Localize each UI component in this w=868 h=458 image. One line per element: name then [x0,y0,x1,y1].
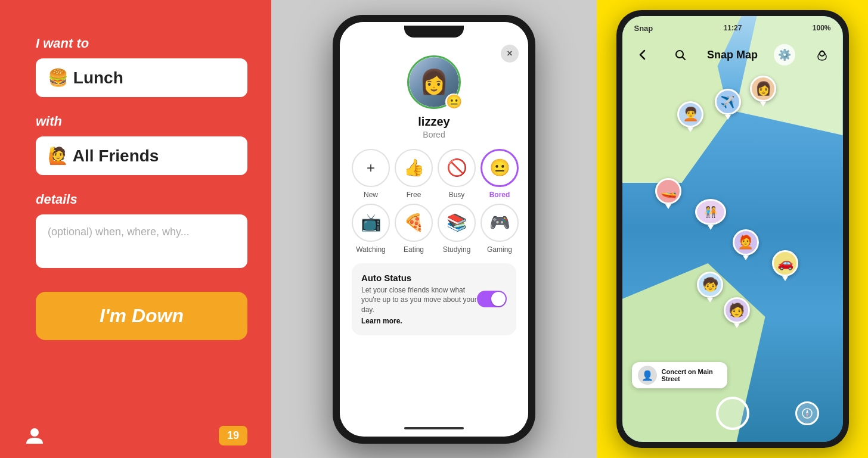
status-label-free: Free [407,191,421,199]
want-value: 🍔 Lunch [48,68,123,88]
battery-indicator: 100% [813,24,831,32]
bottom-bar: 19 [0,425,271,446]
left-panel: I want to 🍔 Lunch with 🙋 All Friends det… [0,0,271,458]
svg-point-1 [676,51,683,58]
map-avatar-plane[interactable]: ✈️ [715,89,741,120]
status-circle-watching: 📺 [352,204,390,242]
snap-phone-device: Snap 11:27 100% [616,10,849,448]
auto-status-learn-more[interactable]: Learn more. [361,317,402,325]
right-panel: Snap 11:27 100% [597,0,868,458]
map-avatar-car[interactable]: 🚗 [772,250,798,281]
status-item-new[interactable]: + New [352,149,390,199]
status-circle-studying: 📚 [438,204,476,242]
auto-status-toggle[interactable] [477,291,507,307]
im-down-button[interactable]: I'm Down [36,292,247,340]
user-icon[interactable] [24,425,45,446]
status-label-watching: Watching [356,245,386,254]
status-item-watching[interactable]: 📺 Watching [352,204,390,254]
time-display: 11:27 [724,24,742,32]
phone-device: × 👩 😐 lizzey Bored + New 👍 [333,15,535,444]
svg-marker-5 [806,413,808,418]
user-status: Bored [423,130,445,139]
middle-panel: × 👩 😐 lizzey Bored + New 👍 [271,0,597,458]
phone-notch-area [340,22,528,40]
snap-phone-screen: Snap 11:27 100% [622,16,843,442]
status-item-gaming[interactable]: 🎮 Gaming [480,204,519,254]
status-label-new: New [364,191,378,199]
status-circle-free: 👍 [395,149,433,187]
status-label-bored: Bored [489,191,510,199]
notification-badge: 19 [219,426,247,445]
details-input[interactable]: (optional) when, where, why... [36,214,247,268]
toggle-knob [491,292,506,306]
home-indicator [340,420,528,437]
username: lizzey [418,115,450,129]
auto-status-description: Let your close friends know what you're … [361,285,477,315]
snap-status-bar: Snap 11:27 100% [622,16,843,40]
details-placeholder: (optional) when, where, why... [48,226,190,238]
with-input[interactable]: 🙋 All Friends [36,136,247,175]
status-modal: × 👩 😐 lizzey Bored + New 👍 [340,40,528,420]
location-card-text: Concert on Main Street [662,368,721,382]
status-grid: + New 👍 Free 🚫 Busy 😐 Bored [352,149,516,254]
capture-button[interactable] [716,397,749,430]
status-label-gaming: Gaming [487,245,512,254]
status-circle-new: + [352,149,390,187]
avatar-container: 👩 😐 [407,55,461,109]
location-card-avatar: 👤 [638,366,657,385]
status-label-busy: Busy [449,191,465,199]
map-avatar-boat[interactable]: 🚤 [655,178,681,209]
search-button[interactable] [669,44,691,66]
want-input[interactable]: 🍔 Lunch [36,58,247,97]
status-label-eating: Eating [404,245,424,254]
want-label: I want to [36,36,247,51]
status-circle-gaming: 🎮 [480,204,519,242]
status-item-eating[interactable]: 🍕 Eating [395,204,433,254]
phone-screen: × 👩 😐 lizzey Bored + New 👍 [340,22,528,437]
home-bar [404,427,464,429]
status-circle-bored: 😐 [480,149,519,187]
auto-status-text: Auto Status Let your close friends know … [361,273,477,326]
auto-status-title: Auto Status [361,273,477,283]
with-label: with [36,114,247,129]
map-avatar-1[interactable]: 🧑‍🦱 [677,101,703,132]
compass-button[interactable] [795,401,819,425]
close-button[interactable]: × [501,45,519,63]
avatar-status-emoji: 😐 [445,94,462,110]
map-avatar-5[interactable]: 🧑 [724,297,750,328]
signal-indicator: Snap [634,24,653,33]
map-title: Snap Map [707,49,758,61]
status-circle-eating: 🍕 [395,204,433,242]
svg-marker-4 [806,409,808,413]
map-avatar-group[interactable]: 🧑‍🤝‍🧑 [695,199,726,230]
settings-button[interactable]: ⚙️ [774,44,795,66]
map-avatar-2[interactable]: 👩 [750,76,776,107]
details-label: details [36,192,247,207]
auto-status-box: Auto Status Let your close friends know … [352,263,516,335]
status-item-busy[interactable]: 🚫 Busy [438,149,476,199]
status-item-studying[interactable]: 📚 Studying [438,204,476,254]
map-avatar-3[interactable]: 🧑‍🦰 [733,229,759,260]
status-item-free[interactable]: 👍 Free [395,149,433,199]
snap-header: Snap Map ⚙️ [622,40,843,70]
status-circle-busy: 🚫 [438,149,476,187]
snap-bottom-bar [622,397,843,430]
location-card[interactable]: 👤 Concert on Main Street [632,362,727,388]
phone-notch [404,26,464,38]
back-button[interactable] [632,44,653,66]
svg-point-0 [30,428,39,437]
snap-map: Snap 11:27 100% [622,16,843,442]
status-label-studying: Studying [443,245,471,254]
map-avatar-4[interactable]: 🧒 [697,272,723,303]
status-item-bored[interactable]: 😐 Bored [480,149,519,199]
location-pin-icon[interactable] [811,44,833,66]
with-value: 🙋 All Friends [48,146,159,166]
